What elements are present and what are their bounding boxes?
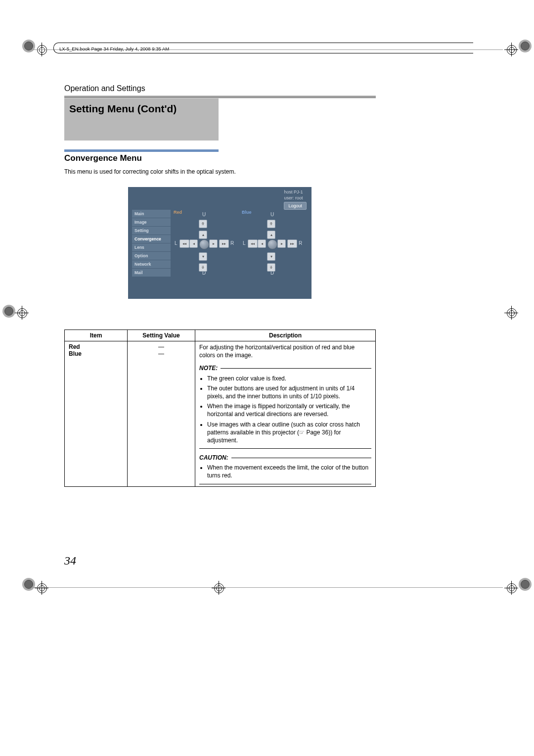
host-label: host PJ-1: [284, 189, 307, 195]
label-left: L: [175, 240, 178, 246]
note-item: Use images with a clear outline (such as…: [207, 421, 371, 445]
red-right-coarse-button[interactable]: ▸▸: [219, 239, 229, 248]
note-list: The green color value is fixed. The oute…: [199, 375, 371, 445]
red-up-coarse-button[interactable]: ⤊: [199, 220, 207, 228]
red-down-fine-button[interactable]: ▾: [199, 252, 207, 261]
sidebar-item-network[interactable]: Network: [132, 260, 171, 268]
description-block: For adjusting the horizontal/vertical po…: [199, 343, 371, 484]
note-item: The green color value is fixed.: [207, 375, 371, 382]
red-center-indicator: [199, 239, 209, 249]
caution-list: When the movement exceeds the limit, the…: [199, 464, 371, 479]
red-left-coarse-button[interactable]: ◂◂: [179, 239, 189, 248]
red-adjust-group: Red U D L R ⤊ ▴ ▾ ⤋ ◂◂ ◂ ▸ ▸▸: [172, 210, 239, 282]
convergence-ui-screenshot: host PJ-1 user: root Logout Main Image S…: [128, 187, 312, 299]
section-description: This menu is used for correcting color s…: [64, 168, 236, 175]
registration-target: [504, 43, 518, 56]
blue-right-fine-button[interactable]: ▸: [277, 239, 286, 248]
red-right-fine-button[interactable]: ▸: [209, 239, 218, 248]
sidebar-item-mail[interactable]: Mail: [132, 269, 171, 277]
item-red: Red: [69, 343, 80, 350]
registration-target: [504, 581, 518, 595]
crop-mark-top-right: [519, 40, 532, 52]
red-down-coarse-button[interactable]: ⤋: [199, 263, 207, 272]
crop-mark-mid-left: [2, 305, 15, 318]
note-end-rule: [199, 448, 371, 449]
caution-item: When the movement exceeds the limit, the…: [207, 464, 371, 479]
registration-target: [212, 581, 225, 595]
ui-header: host PJ-1 user: root Logout: [284, 189, 307, 210]
page-number: 34: [64, 554, 76, 567]
blue-center-indicator: [267, 239, 277, 249]
sidebar-item-convergence[interactable]: Convergence: [132, 235, 171, 243]
convergence-panels: Red U D L R ⤊ ▴ ▾ ⤋ ◂◂ ◂ ▸ ▸▸ Blue U D L: [172, 210, 308, 284]
blue-left-fine-button[interactable]: ◂: [258, 239, 266, 248]
note-item: The outer buttons are used for adjustmen…: [207, 384, 371, 400]
value-blue: —: [158, 350, 164, 357]
blue-down-fine-button[interactable]: ▾: [267, 252, 275, 261]
section-accent-bar: [64, 149, 219, 152]
note-label: NOTE:: [199, 364, 218, 372]
blue-adjust-group: Blue U D L R ⤊ ▴ ▾ ⤋ ◂◂ ◂ ▸ ▸▸: [240, 210, 307, 282]
label-right: R: [299, 240, 302, 246]
registration-target: [35, 581, 48, 595]
crop-mark-top-left: [22, 40, 35, 52]
note-heading: NOTE:: [199, 364, 371, 372]
label-up: U: [202, 212, 206, 217]
page-title: Setting Menu (Cont'd): [69, 103, 177, 115]
chapter-rule: [64, 96, 376, 98]
user-label: user: root: [284, 195, 307, 201]
desc-main: For adjusting the horizontal/vertical po…: [199, 343, 371, 359]
section-title: Convergence Menu: [64, 153, 142, 163]
settings-table: Item Setting Value Description Red Blue …: [64, 330, 376, 487]
chapter-heading: Operation and Settings: [64, 84, 145, 93]
red-left-fine-button[interactable]: ◂: [189, 239, 198, 248]
blue-up-coarse-button[interactable]: ⤊: [267, 220, 275, 228]
crop-mark-bot-left: [22, 578, 35, 591]
red-up-fine-button[interactable]: ▴: [199, 231, 207, 239]
label-right: R: [230, 240, 234, 246]
crop-line: [31, 587, 503, 588]
caution-end-rule: [199, 484, 371, 484]
note-item: When the image is flipped horizontally o…: [207, 402, 371, 418]
caution-label: CAUTION:: [199, 454, 228, 462]
table-header-value: Setting Value: [128, 330, 195, 341]
sidebar-item-setting[interactable]: Setting: [132, 227, 171, 235]
book-header-text: LX-5_EN.book Page 34 Friday, July 4, 200…: [59, 46, 169, 51]
logout-button[interactable]: Logout: [284, 202, 307, 210]
label-left: L: [243, 240, 246, 246]
registration-target: [504, 306, 518, 320]
value-red: —: [158, 343, 164, 350]
side-menu: Main Image Setting Convergence Lens Opti…: [132, 210, 171, 284]
crop-mark-bot-right: [519, 578, 532, 591]
sidebar-item-option[interactable]: Option: [132, 252, 171, 260]
page-title-box: Setting Menu (Cont'd): [64, 98, 219, 141]
caution-heading: CAUTION:: [199, 454, 371, 462]
blue-down-coarse-button[interactable]: ⤋: [267, 263, 275, 272]
blue-left-coarse-button[interactable]: ◂◂: [248, 239, 258, 248]
blue-right-coarse-button[interactable]: ▸▸: [287, 239, 297, 248]
sidebar-item-main[interactable]: Main: [132, 210, 171, 218]
sidebar-item-image[interactable]: Image: [132, 218, 171, 226]
red-panel-title: Red: [174, 210, 182, 215]
sidebar-item-lens[interactable]: Lens: [132, 243, 171, 251]
item-blue: Blue: [69, 350, 82, 357]
registration-target: [15, 306, 29, 320]
table-header-desc: Description: [195, 330, 376, 341]
table-header-item: Item: [65, 330, 128, 341]
label-up: U: [270, 212, 274, 217]
table-row: Red Blue — — For adjusting the horizonta…: [65, 341, 376, 487]
blue-up-fine-button[interactable]: ▴: [267, 231, 275, 239]
blue-panel-title: Blue: [242, 210, 252, 215]
